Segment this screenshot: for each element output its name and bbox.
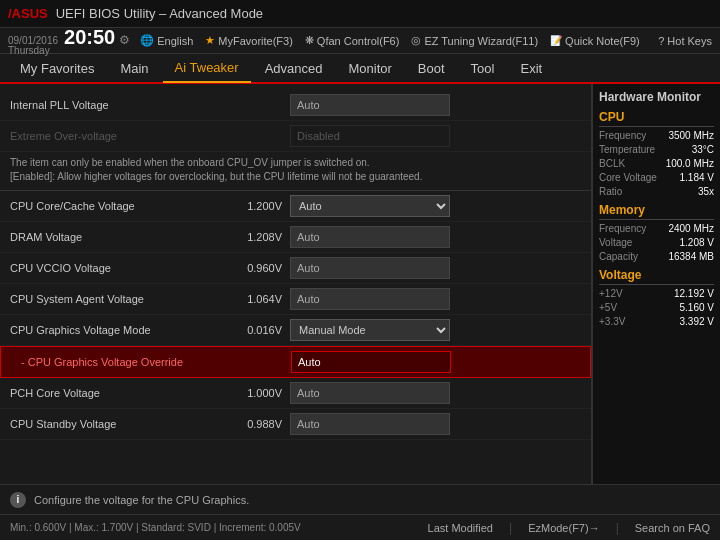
pch-core-field[interactable]: Auto <box>290 382 450 404</box>
setting-cpu-core-cache[interactable]: CPU Core/Cache Voltage 1.200V Auto Manua… <box>0 191 591 222</box>
setting-label: Internal PLL Voltage <box>10 99 230 111</box>
info-items: 🌐 English ★ MyFavorite(F3) ❋ Qfan Contro… <box>140 34 648 47</box>
hw-bclk-label: BCLK <box>599 158 625 169</box>
last-modified-label: Last Modified <box>428 522 493 534</box>
setting-control: Auto <box>290 226 581 248</box>
setting-label: CPU Graphics Voltage Mode <box>10 324 230 336</box>
hw-33v-label: +3.3V <box>599 316 625 327</box>
settings-gear-icon[interactable]: ⚙ <box>119 33 130 47</box>
logo-asus: /ASUS <box>8 6 48 21</box>
nav-tool[interactable]: Tool <box>459 53 507 83</box>
hw-5v-row: +5V 5.160 V <box>599 302 714 313</box>
setting-pch-core[interactable]: PCH Core Voltage 1.000V Auto <box>0 378 591 409</box>
language-icon: 🌐 <box>140 34 154 47</box>
fan-icon: ❋ <box>305 34 314 47</box>
hotkeys-button[interactable]: ? Hot Keys <box>658 35 712 47</box>
ezmode-label: EzMode(F7)→ <box>528 522 600 534</box>
standby-voltage-field[interactable]: Auto <box>290 413 450 435</box>
setting-cpu-graphics-override[interactable]: - CPU Graphics Voltage Override Auto <box>0 346 591 378</box>
setting-cpu-graphics-mode[interactable]: CPU Graphics Voltage Mode 0.016V Manual … <box>0 315 591 346</box>
graphics-override-field[interactable]: Auto <box>291 351 451 373</box>
setting-control: Auto <box>290 288 581 310</box>
eztuning-button[interactable]: ◎ EZ Tuning Wizard(F11) <box>411 34 538 47</box>
hw-cpu-section: CPU <box>599 110 714 127</box>
setting-control: Auto <box>291 351 580 373</box>
setting-extreme-overvoltage: Extreme Over-voltage Disabled <box>0 121 591 152</box>
setting-control[interactable]: Auto Manual Mode <box>290 195 581 217</box>
pll-voltage-field[interactable]: Auto <box>290 94 450 116</box>
hw-cpu-temp-value: 33°C <box>692 144 714 155</box>
bottom-strip: Min.: 0.600V | Max.: 1.700V | Standard: … <box>0 514 720 540</box>
main-content: Internal PLL Voltage Auto Extreme Over-v… <box>0 84 720 484</box>
setting-label: CPU VCCIO Voltage <box>10 262 230 274</box>
setting-description: Configure the voltage for the CPU Graphi… <box>34 494 249 506</box>
nav-monitor[interactable]: Monitor <box>337 53 404 83</box>
vccio-field[interactable]: Auto <box>290 257 450 279</box>
quicknote-button[interactable]: 📝 Quick Note(F9) <box>550 34 640 47</box>
hw-core-volt-value: 1.184 V <box>680 172 714 183</box>
hw-5v-value: 5.160 V <box>680 302 714 313</box>
setting-label: - CPU Graphics Voltage Override <box>11 356 231 368</box>
search-faq-button[interactable]: Search on FAQ <box>635 521 710 535</box>
cpu-core-cache-dropdown[interactable]: Auto Manual Mode <box>290 195 450 217</box>
system-agent-field[interactable]: Auto <box>290 288 450 310</box>
setting-current-value: 1.064V <box>230 293 290 305</box>
hw-mem-cap-value: 16384 MB <box>668 251 714 262</box>
ezmode-button[interactable]: EzMode(F7)→ <box>528 521 600 535</box>
setting-internal-pll[interactable]: Internal PLL Voltage Auto <box>0 90 591 121</box>
note-icon: 📝 <box>550 35 562 46</box>
hw-mem-cap-label: Capacity <box>599 251 638 262</box>
setting-control[interactable]: Manual Mode Auto <box>290 319 581 341</box>
hw-cpu-freq-row: Frequency 3500 MHz <box>599 130 714 141</box>
setting-current-value: 0.016V <box>230 324 290 336</box>
language-selector[interactable]: 🌐 English <box>140 34 193 47</box>
hw-bclk-row: BCLK 100.0 MHz <box>599 158 714 169</box>
setting-control: Auto <box>290 94 581 116</box>
hw-mem-freq-label: Frequency <box>599 223 646 234</box>
hw-ratio-row: Ratio 35x <box>599 186 714 197</box>
top-bar: /ASUS UEFI BIOS Utility – Advanced Mode <box>0 0 720 28</box>
setting-control: Auto <box>290 257 581 279</box>
setting-dram-voltage[interactable]: DRAM Voltage 1.208V Auto <box>0 222 591 253</box>
setting-label: DRAM Voltage <box>10 231 230 243</box>
nav-advanced[interactable]: Advanced <box>253 53 335 83</box>
setting-cpu-vccio[interactable]: CPU VCCIO Voltage 0.960V Auto <box>0 253 591 284</box>
setting-cpu-standby[interactable]: CPU Standby Voltage 0.988V Auto <box>0 409 591 440</box>
logo: /ASUS <box>8 6 48 21</box>
hw-mem-capacity-row: Capacity 16384 MB <box>599 251 714 262</box>
cpu-graphics-mode-dropdown[interactable]: Manual Mode Auto <box>290 319 450 341</box>
hw-5v-label: +5V <box>599 302 617 313</box>
bottom-actions: Last Modified | EzMode(F7)→ | Search on … <box>428 521 710 535</box>
myfavorite-button[interactable]: ★ MyFavorite(F3) <box>205 34 293 47</box>
hw-12v-row: +12V 12.192 V <box>599 288 714 299</box>
left-panel: Internal PLL Voltage Auto Extreme Over-v… <box>0 84 592 484</box>
last-modified-button[interactable]: Last Modified <box>428 521 493 535</box>
min-max-info: Min.: 0.600V | Max.: 1.700V | Standard: … <box>10 522 301 533</box>
info-circle-icon: i <box>10 492 26 508</box>
setting-control: Auto <box>290 413 581 435</box>
question-icon: ? <box>658 35 664 47</box>
nav-exit[interactable]: Exit <box>508 53 554 83</box>
setting-cpu-system-agent[interactable]: CPU System Agent Voltage 1.064V Auto <box>0 284 591 315</box>
hw-33v-row: +3.3V 3.392 V <box>599 316 714 327</box>
hw-33v-value: 3.392 V <box>680 316 714 327</box>
hw-monitor-title: Hardware Monitor <box>599 90 714 104</box>
hw-cpu-temp-row: Temperature 33°C <box>599 144 714 155</box>
setting-label: Extreme Over-voltage <box>10 130 230 142</box>
nav-aitweaker[interactable]: Ai Tweaker <box>163 53 251 83</box>
hw-core-voltage-row: Core Voltage 1.184 V <box>599 172 714 183</box>
hw-mem-freq-row: Frequency 2400 MHz <box>599 223 714 234</box>
setting-current-value: 0.988V <box>230 418 290 430</box>
hw-12v-value: 12.192 V <box>674 288 714 299</box>
nav-main[interactable]: Main <box>108 53 160 83</box>
setting-current-value: 0.960V <box>230 262 290 274</box>
setting-control: Auto <box>290 382 581 404</box>
dram-voltage-field[interactable]: Auto <box>290 226 450 248</box>
hw-core-volt-label: Core Voltage <box>599 172 657 183</box>
nav-myfavorites[interactable]: My Favorites <box>8 53 106 83</box>
qfan-button[interactable]: ❋ Qfan Control(F6) <box>305 34 400 47</box>
hw-mem-volt-label: Voltage <box>599 237 632 248</box>
hw-ratio-label: Ratio <box>599 186 622 197</box>
eztuning-icon: ◎ <box>411 34 421 47</box>
nav-boot[interactable]: Boot <box>406 53 457 83</box>
